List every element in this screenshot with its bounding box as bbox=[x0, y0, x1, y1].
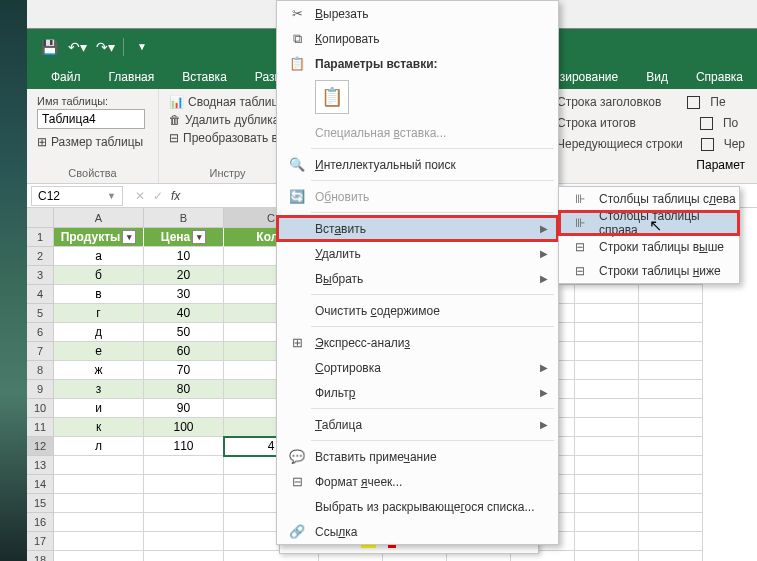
cell[interactable] bbox=[144, 532, 224, 551]
row-head-12[interactable]: 12 bbox=[27, 437, 54, 456]
cell[interactable] bbox=[639, 494, 703, 513]
row-head-14[interactable]: 14 bbox=[27, 475, 54, 494]
row-head-17[interactable]: 17 bbox=[27, 532, 54, 551]
cell[interactable] bbox=[575, 399, 639, 418]
menu-link[interactable]: 🔗Ссылка bbox=[277, 519, 558, 544]
first-col-checkbox[interactable] bbox=[687, 96, 700, 109]
cell[interactable] bbox=[575, 380, 639, 399]
cell[interactable]: к bbox=[54, 418, 144, 437]
submenu-cols-right[interactable]: ⊪Столбцы таблицы справа bbox=[559, 211, 739, 235]
col-head-a[interactable]: A bbox=[54, 208, 144, 228]
row-head-5[interactable]: 5 bbox=[27, 304, 54, 323]
cell[interactable] bbox=[54, 494, 144, 513]
row-head-3[interactable]: 3 bbox=[27, 266, 54, 285]
cell[interactable] bbox=[144, 513, 224, 532]
menu-delete[interactable]: Удалить▶ bbox=[277, 241, 558, 266]
tab-help[interactable]: Справка bbox=[682, 65, 757, 89]
cell[interactable]: 50 bbox=[144, 323, 224, 342]
convert-button[interactable]: Преобразовать в bbox=[183, 131, 278, 145]
submenu-rows-below[interactable]: ⊟Строки таблицы ниже bbox=[559, 259, 739, 283]
row-head-7[interactable]: 7 bbox=[27, 342, 54, 361]
cell[interactable]: 90 bbox=[144, 399, 224, 418]
cell[interactable] bbox=[575, 323, 639, 342]
menu-smart-lookup[interactable]: 🔍Интеллектуальный поиск bbox=[277, 152, 558, 177]
cell[interactable]: г bbox=[54, 304, 144, 323]
row-head-4[interactable]: 4 bbox=[27, 285, 54, 304]
cell[interactable]: 40 bbox=[144, 304, 224, 323]
tab-insert[interactable]: Вставка bbox=[168, 65, 241, 89]
cell[interactable]: 80 bbox=[144, 380, 224, 399]
tab-home[interactable]: Главная bbox=[95, 65, 169, 89]
row-head-6[interactable]: 6 bbox=[27, 323, 54, 342]
cell[interactable]: д bbox=[54, 323, 144, 342]
row-head-13[interactable]: 13 bbox=[27, 456, 54, 475]
menu-copy[interactable]: ⧉Копировать bbox=[277, 26, 558, 51]
cell[interactable] bbox=[144, 494, 224, 513]
undo-icon[interactable]: ↶▾ bbox=[63, 33, 91, 61]
row-head-1[interactable]: 1 bbox=[27, 228, 54, 247]
cell[interactable] bbox=[144, 456, 224, 475]
cell[interactable] bbox=[639, 304, 703, 323]
cell[interactable] bbox=[54, 475, 144, 494]
filter-dropdown-icon[interactable]: ▾ bbox=[122, 230, 136, 244]
cell[interactable] bbox=[639, 513, 703, 532]
cell[interactable] bbox=[54, 456, 144, 475]
row-head-10[interactable]: 10 bbox=[27, 399, 54, 418]
cell[interactable] bbox=[575, 456, 639, 475]
menu-table[interactable]: Таблица▶ bbox=[277, 412, 558, 437]
menu-insert[interactable]: Вставить▶ bbox=[277, 216, 558, 241]
cell[interactable] bbox=[639, 342, 703, 361]
cell[interactable] bbox=[639, 285, 703, 304]
select-all-corner[interactable] bbox=[27, 208, 54, 228]
cell[interactable] bbox=[639, 475, 703, 494]
cell[interactable] bbox=[54, 532, 144, 551]
cell[interactable]: ж bbox=[54, 361, 144, 380]
remove-dup-button[interactable]: Удалить дубликат bbox=[185, 113, 285, 127]
cell[interactable]: 20 bbox=[144, 266, 224, 285]
cell[interactable]: а bbox=[54, 247, 144, 266]
row-head-15[interactable]: 15 bbox=[27, 494, 54, 513]
tablename-input[interactable] bbox=[37, 109, 145, 129]
row-head-8[interactable]: 8 bbox=[27, 361, 54, 380]
cell[interactable] bbox=[144, 475, 224, 494]
submenu-rows-above[interactable]: ⊟Строки таблицы выше bbox=[559, 235, 739, 259]
cell[interactable] bbox=[54, 551, 144, 561]
menu-sort[interactable]: Сортировка▶ bbox=[277, 355, 558, 380]
row-head-18[interactable]: 18 bbox=[27, 551, 54, 561]
row-head-11[interactable]: 11 bbox=[27, 418, 54, 437]
qat-customize-icon[interactable]: ▼ bbox=[128, 33, 156, 61]
cell[interactable] bbox=[575, 304, 639, 323]
cell[interactable]: 60 bbox=[144, 342, 224, 361]
row-head-9[interactable]: 9 bbox=[27, 380, 54, 399]
cell[interactable] bbox=[639, 418, 703, 437]
banded-cols-checkbox[interactable] bbox=[701, 138, 714, 151]
cell[interactable] bbox=[639, 437, 703, 456]
menu-quick-analysis[interactable]: ⊞Экспресс-анализ bbox=[277, 330, 558, 355]
cancel-icon[interactable]: ✕ bbox=[135, 189, 145, 203]
cell[interactable] bbox=[639, 551, 703, 561]
tab-file[interactable]: Файл bbox=[37, 65, 95, 89]
filter-dropdown-icon[interactable]: ▾ bbox=[192, 230, 206, 244]
cell[interactable] bbox=[575, 437, 639, 456]
redo-icon[interactable]: ↷▾ bbox=[91, 33, 119, 61]
menu-pick-from-list[interactable]: Выбрать из раскрывающегося списка... bbox=[277, 494, 558, 519]
table-header-products[interactable]: Продукты▾ bbox=[54, 228, 144, 247]
cell[interactable]: в bbox=[54, 285, 144, 304]
resize-table-button[interactable]: Размер таблицы bbox=[51, 135, 143, 149]
cell[interactable]: б bbox=[54, 266, 144, 285]
menu-insert-comment[interactable]: 💬Вставить примечание bbox=[277, 444, 558, 469]
row-head-16[interactable]: 16 bbox=[27, 513, 54, 532]
last-col-checkbox[interactable] bbox=[700, 117, 713, 130]
cell[interactable] bbox=[144, 551, 224, 561]
cell[interactable] bbox=[575, 513, 639, 532]
menu-clear[interactable]: Очистить содержимое bbox=[277, 298, 558, 323]
cell[interactable]: 110 bbox=[144, 437, 224, 456]
row-head-2[interactable]: 2 bbox=[27, 247, 54, 266]
col-head-b[interactable]: B bbox=[144, 208, 224, 228]
cell[interactable]: 70 bbox=[144, 361, 224, 380]
cell[interactable] bbox=[575, 342, 639, 361]
menu-format-cells[interactable]: ⊟Формат ячеек... bbox=[277, 469, 558, 494]
cell[interactable] bbox=[639, 399, 703, 418]
tab-view[interactable]: Вид bbox=[632, 65, 682, 89]
cell[interactable] bbox=[639, 323, 703, 342]
